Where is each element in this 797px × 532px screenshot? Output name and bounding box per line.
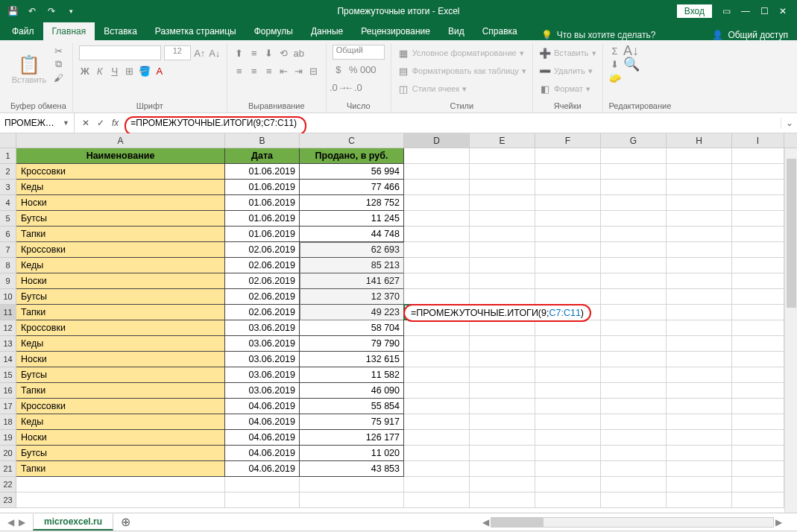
tell-me[interactable]: 💡 Что вы хотите сделать? — [541, 30, 656, 40]
decrease-font-icon[interactable]: A↓ — [209, 47, 221, 59]
cell[interactable] — [470, 211, 535, 227]
share-button[interactable]: 👤 Общий доступ — [712, 30, 797, 40]
align-right-icon[interactable]: ≡ — [263, 65, 275, 77]
cell[interactable] — [404, 336, 470, 352]
cell[interactable] — [732, 164, 784, 180]
cell[interactable] — [601, 477, 667, 493]
italic-icon[interactable]: К — [94, 65, 106, 77]
cell[interactable] — [732, 227, 784, 242]
cell[interactable] — [470, 164, 535, 180]
column-header-E[interactable]: E — [470, 133, 535, 148]
row-header[interactable]: 5 — [0, 211, 16, 227]
cell[interactable] — [535, 148, 601, 164]
cell[interactable]: Кроссовки — [16, 320, 225, 336]
cell[interactable]: Бутсы — [16, 211, 225, 227]
row-header[interactable]: 21 — [0, 461, 16, 477]
cell[interactable] — [601, 242, 667, 258]
cell[interactable] — [535, 258, 601, 273]
cell[interactable] — [404, 258, 470, 273]
cell[interactable] — [667, 399, 732, 414]
cell[interactable] — [732, 258, 784, 273]
cell[interactable] — [470, 148, 535, 164]
row-header[interactable]: 2 — [0, 164, 16, 180]
cell[interactable] — [404, 289, 470, 305]
cell[interactable]: 02.06.2019 — [225, 305, 300, 320]
cell[interactable] — [667, 227, 732, 242]
cell[interactable]: Тапки — [16, 383, 225, 399]
cell[interactable]: 04.06.2019 — [225, 446, 300, 461]
cell[interactable] — [470, 461, 535, 477]
format-cells[interactable]: ◧Формат ▾ — [539, 80, 590, 97]
cell[interactable] — [404, 367, 470, 383]
format-painter-icon[interactable]: 🖌 — [52, 72, 64, 83]
cell[interactable]: 11 245 — [300, 211, 404, 227]
cell[interactable]: 04.06.2019 — [225, 399, 300, 414]
cell[interactable] — [601, 367, 667, 383]
cell[interactable]: Кроссовки — [16, 399, 225, 414]
cell[interactable] — [601, 430, 667, 446]
cell[interactable] — [601, 305, 667, 320]
row-header[interactable]: 15 — [0, 367, 16, 383]
tab-view[interactable]: Вид — [439, 22, 473, 40]
cell[interactable] — [667, 273, 732, 289]
cell[interactable] — [535, 195, 601, 211]
cell[interactable]: Тапки — [16, 305, 225, 320]
cell[interactable]: Кеды — [16, 336, 225, 352]
cell[interactable] — [667, 211, 732, 227]
cell[interactable] — [667, 414, 732, 430]
font-size[interactable]: 12 — [164, 45, 191, 60]
fill-icon[interactable]: ⬇ — [609, 58, 621, 70]
tab-data[interactable]: Данные — [302, 22, 352, 40]
column-header-H[interactable]: H — [667, 133, 732, 148]
close-icon[interactable]: ✕ — [779, 6, 787, 16]
cell[interactable]: 11 582 — [300, 367, 404, 383]
row-header[interactable]: 22 — [0, 477, 16, 493]
qat-dropdown-icon[interactable]: ▾ — [64, 4, 78, 18]
cell[interactable] — [732, 336, 784, 352]
row-header[interactable]: 6 — [0, 227, 16, 242]
autosum-icon[interactable]: Σ — [609, 45, 621, 57]
cell[interactable]: 03.06.2019 — [225, 383, 300, 399]
cell[interactable] — [300, 493, 404, 508]
increase-font-icon[interactable]: A↑ — [194, 47, 206, 59]
cell[interactable] — [601, 446, 667, 461]
chevron-down-icon[interactable]: ▼ — [63, 119, 69, 127]
cell[interactable] — [535, 461, 601, 477]
cell[interactable] — [404, 352, 470, 367]
delete-cells[interactable]: ➖Удалить ▾ — [539, 63, 593, 79]
cell[interactable]: Тапки — [16, 227, 225, 242]
decrease-indent-icon[interactable]: ⇤ — [278, 65, 290, 77]
cell[interactable] — [535, 180, 601, 195]
cell[interactable]: 43 853 — [300, 461, 404, 477]
cell[interactable]: Бутсы — [16, 367, 225, 383]
cell[interactable] — [667, 180, 732, 195]
cell[interactable] — [535, 446, 601, 461]
cell[interactable] — [300, 477, 404, 493]
cut-icon[interactable]: ✂ — [52, 45, 64, 57]
hscroll-right-icon[interactable]: ▶ — [775, 517, 782, 528]
cell[interactable] — [470, 320, 535, 336]
row-header[interactable]: 7 — [0, 242, 16, 258]
row-header[interactable]: 11 — [0, 305, 16, 320]
cell[interactable] — [732, 446, 784, 461]
underline-icon[interactable]: Ч — [109, 65, 121, 77]
save-icon[interactable]: 💾 — [6, 4, 19, 18]
cell[interactable] — [601, 383, 667, 399]
cell[interactable] — [470, 336, 535, 352]
maximize-icon[interactable]: ☐ — [760, 6, 769, 16]
cell[interactable] — [225, 477, 300, 493]
cell[interactable] — [535, 242, 601, 258]
row-header[interactable]: 8 — [0, 258, 16, 273]
cell[interactable] — [601, 399, 667, 414]
cell[interactable] — [732, 305, 784, 320]
cell[interactable]: 128 752 — [300, 195, 404, 211]
conditional-formatting[interactable]: ▦Условное форматирование ▾ — [397, 45, 524, 61]
cell[interactable] — [732, 477, 784, 493]
cell[interactable]: 02.06.2019 — [225, 258, 300, 273]
add-sheet-icon[interactable]: ⊕ — [113, 515, 138, 529]
row-header[interactable]: 1 — [0, 148, 16, 164]
cell[interactable] — [667, 352, 732, 367]
cell[interactable] — [470, 399, 535, 414]
cell[interactable] — [470, 430, 535, 446]
cell[interactable] — [601, 227, 667, 242]
